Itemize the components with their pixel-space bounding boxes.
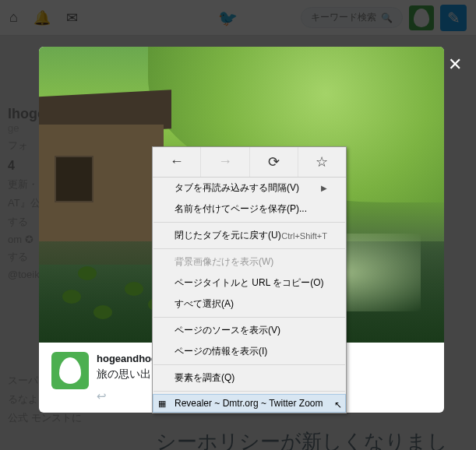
- nav-back-icon[interactable]: ←: [153, 147, 201, 177]
- menu-view-info[interactable]: ページの情報を表示(I): [153, 341, 346, 362]
- menu-undo-close-tab[interactable]: 閉じたタブを元に戻す(U) Ctrl+Shift+T: [153, 225, 346, 246]
- menu-view-source[interactable]: ページのソースを表示(V): [153, 320, 346, 341]
- shortcut-label: Ctrl+Shift+T: [281, 231, 327, 241]
- reply-icon[interactable]: ↩: [97, 389, 107, 403]
- close-icon[interactable]: ✕: [448, 54, 462, 75]
- nav-bookmark-icon[interactable]: ☆: [298, 147, 346, 177]
- menu-reload-interval[interactable]: タブを再読み込みする間隔(V)▶: [153, 178, 346, 199]
- menu-copy-title-url[interactable]: ページタイトルと URL をコピー(O): [153, 272, 346, 294]
- nav-forward-icon[interactable]: →: [201, 147, 249, 177]
- submenu-arrow-icon: ▶: [321, 184, 327, 192]
- extension-icon: ▦: [158, 399, 166, 409]
- tweet-avatar[interactable]: [51, 352, 89, 389]
- menu-revealer-extension[interactable]: ▦ Revealer ~ Dmtr.org ~ Twitter Zoom ↖: [153, 394, 346, 413]
- context-menu: ← → ⟳ ☆ タブを再読み込みする間隔(V)▶ 名前を付けてページを保存(P)…: [152, 146, 347, 413]
- menu-inspect[interactable]: 要素を調査(Q): [153, 367, 346, 388]
- menu-save-page[interactable]: 名前を付けてページを保存(P)...: [153, 199, 346, 220]
- nav-reload-icon[interactable]: ⟳: [250, 147, 298, 177]
- menu-select-all[interactable]: すべて選択(A): [153, 294, 346, 315]
- cursor-icon: ↖: [334, 399, 342, 410]
- menu-view-bg-image: 背景画像だけを表示(W): [153, 251, 346, 272]
